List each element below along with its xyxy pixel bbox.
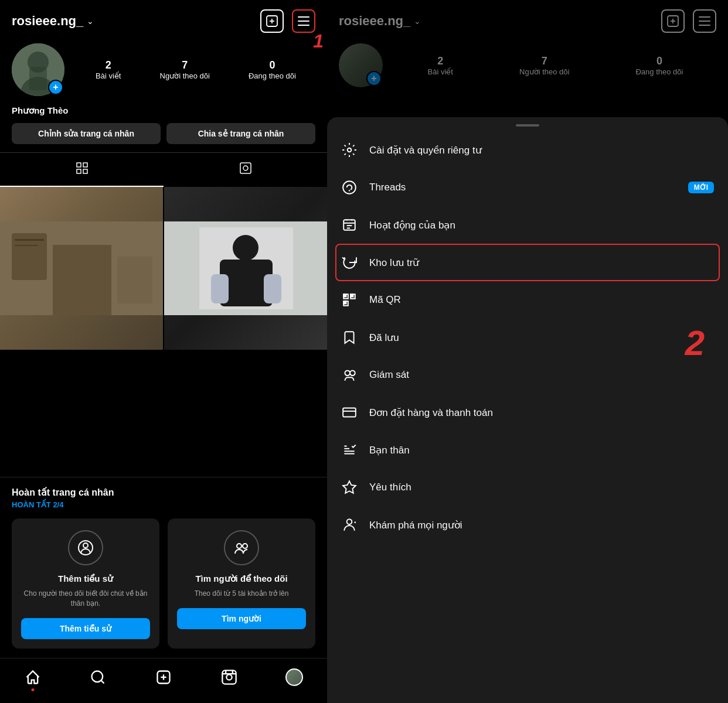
bio-icon <box>68 530 103 565</box>
post-image-1 <box>0 187 163 350</box>
svg-rect-6 <box>29 67 47 90</box>
svg-point-61 <box>350 370 355 376</box>
svg-point-69 <box>347 519 352 524</box>
friends-icon <box>341 442 358 458</box>
tab-tagged[interactable] <box>164 153 327 187</box>
svg-rect-11 <box>240 163 251 173</box>
nav-profile-avatar <box>285 668 303 686</box>
saved-icon <box>341 329 358 346</box>
svg-rect-7 <box>77 163 81 167</box>
grid-icon <box>75 161 89 179</box>
saved-label: Đã lưu <box>369 332 399 344</box>
threads-label: Threads <box>369 182 406 193</box>
posts-label: Bài viết <box>96 71 121 80</box>
svg-point-28 <box>243 544 247 548</box>
complete-profile-section: Hoàn tất trang cá nhân HOÀN TẤT 2/4 Thêm… <box>0 477 327 658</box>
menu-item-discover[interactable]: Khám phá mọi người <box>327 506 728 544</box>
right-avatar-container: + <box>339 43 383 87</box>
menu-item-friends[interactable]: Bạn thân <box>327 431 728 469</box>
posts-count: 2 <box>106 59 111 71</box>
menu-item-supervision[interactable]: Giám sát <box>327 356 728 394</box>
settings-label: Cài đặt và quyền riêng tư <box>369 144 482 156</box>
avatar-container: + <box>12 43 64 96</box>
add-bio-button[interactable]: Thêm tiểu sử <box>21 618 150 639</box>
right-posts-label: Bài viết <box>428 67 453 76</box>
complete-cards: Thêm tiểu sử Cho người theo dõi biết đôi… <box>12 518 315 649</box>
hamburger-icon <box>298 16 309 26</box>
find-people-desc: Theo dõi từ 5 tài khoản trở lên <box>195 589 289 599</box>
svg-point-29 <box>92 671 103 682</box>
archive-icon <box>341 254 358 271</box>
menu-item-saved[interactable]: Đã lưu <box>327 319 728 356</box>
right-following-stat: 0 Đang theo dõi <box>635 55 683 76</box>
discover-label: Khám phá mọi người <box>369 519 462 531</box>
menu-item-threads[interactable]: Threads MỚI <box>327 169 728 206</box>
find-people-icon <box>224 530 259 565</box>
svg-rect-15 <box>15 239 44 241</box>
find-people-title: Tìm người để theo dõi <box>195 574 287 584</box>
friends-label: Bạn thân <box>369 444 410 456</box>
menu-item-qr[interactable]: Mã QR <box>327 281 728 319</box>
nav-profile[interactable] <box>280 666 309 689</box>
add-post-button[interactable] <box>260 9 284 33</box>
post-image-1-svg <box>0 221 163 315</box>
svg-rect-46 <box>343 294 346 296</box>
annotation-1: 1 <box>313 30 324 52</box>
post-image-2-svg <box>164 221 327 315</box>
complete-profile-progress: HOÀN TẤT 2/4 <box>12 500 315 509</box>
followers-label: Người theo dõi <box>160 71 210 80</box>
menu-button[interactable] <box>292 9 315 33</box>
menu-item-activity[interactable]: Hoạt động của bạn <box>327 206 728 244</box>
svg-rect-18 <box>117 257 152 303</box>
add-story-button[interactable]: + <box>48 80 63 95</box>
svg-rect-48 <box>351 294 353 296</box>
svg-point-26 <box>83 543 88 548</box>
nav-home[interactable] <box>18 666 47 689</box>
svg-rect-16 <box>15 245 38 246</box>
post-item[interactable] <box>0 187 163 350</box>
right-followers-stat: 7 Người theo dõi <box>519 55 569 76</box>
menu-item-favorites[interactable]: Yêu thích <box>327 469 728 506</box>
home-active-dot <box>31 688 34 691</box>
following-stat: 0 Đang theo dõi <box>249 59 296 80</box>
drawer-handle <box>516 124 539 127</box>
edit-profile-button[interactable]: Chỉnh sửa trang cá nhân <box>12 123 161 144</box>
right-following-label: Đang theo dõi <box>635 67 683 76</box>
menu-item-archive[interactable]: Kho lưu trữ <box>327 244 728 281</box>
right-followers-count: 7 <box>542 55 547 67</box>
svg-point-12 <box>243 166 248 170</box>
right-stats: 2 Bài viết 7 Người theo dõi 0 Đang theo … <box>394 55 716 76</box>
followers-stat: 7 Người theo dõi <box>160 59 210 80</box>
add-bio-card: Thêm tiểu sử Cho người theo dõi biết đôi… <box>12 518 159 649</box>
share-profile-button[interactable]: Chia sẻ trang cá nhân <box>166 123 315 144</box>
qr-label: Mã QR <box>369 294 401 306</box>
tab-grid[interactable] <box>0 153 164 187</box>
stats-container: 2 Bài viết 7 Người theo dõi 0 Đang theo … <box>76 59 315 80</box>
right-panel: rosieee.ng_ ⌄ + 2 Bài viết <box>327 0 728 703</box>
right-chevron-icon: ⌄ <box>414 16 421 26</box>
reels-icon <box>221 669 237 685</box>
nav-reels[interactable] <box>215 666 244 689</box>
nav-add[interactable] <box>149 666 178 689</box>
left-panel: rosieee.ng_ ⌄ 1 <box>0 0 327 703</box>
menu-item-settings[interactable]: Cài đặt và quyền riêng tư <box>327 131 728 169</box>
header-icons <box>260 9 315 33</box>
post-item[interactable] <box>164 187 327 350</box>
menu-item-orders[interactable]: Đơn đặt hàng và thanh toán <box>327 394 728 431</box>
annotation-2: 2 <box>685 323 705 363</box>
svg-marker-68 <box>343 481 356 493</box>
svg-rect-10 <box>83 169 87 173</box>
right-add-story[interactable]: + <box>366 71 382 86</box>
followers-count: 7 <box>182 59 188 71</box>
svg-rect-50 <box>343 301 346 303</box>
svg-point-34 <box>226 674 232 680</box>
nav-search[interactable] <box>83 666 113 689</box>
threads-icon <box>341 179 358 196</box>
right-menu-button[interactable] <box>693 9 716 33</box>
following-count: 0 <box>269 59 275 71</box>
tab-bar <box>0 152 327 187</box>
find-people-button[interactable]: Tìm người <box>177 608 306 629</box>
right-add-button[interactable] <box>661 9 685 33</box>
username-row: rosieee.ng_ ⌄ <box>12 13 94 29</box>
left-header: rosieee.ng_ ⌄ 1 <box>0 0 327 37</box>
